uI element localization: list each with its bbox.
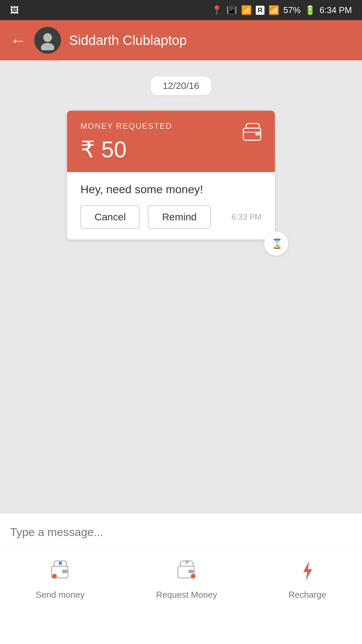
battery-percent: 57% bbox=[283, 5, 301, 15]
wifi-icon: 📶 bbox=[241, 5, 252, 15]
svg-point-1 bbox=[41, 43, 54, 50]
send-money-label: Send money bbox=[36, 590, 85, 600]
cancel-button[interactable]: Cancel bbox=[80, 205, 140, 229]
card-message: Hey, need some money! bbox=[80, 183, 261, 196]
recharge-icon-wrap bbox=[292, 557, 322, 584]
chat-header: ← Siddarth Clublaptop bbox=[0, 20, 362, 60]
request-money-action[interactable]: Request Money bbox=[156, 557, 217, 600]
battery-icon: 🔋 bbox=[305, 5, 315, 15]
svg-rect-11 bbox=[188, 570, 194, 574]
contact-name: Siddarth Clublaptop bbox=[69, 33, 187, 48]
remind-button[interactable]: Remind bbox=[148, 205, 210, 229]
svg-point-0 bbox=[43, 33, 52, 42]
wallet-icon bbox=[241, 121, 263, 143]
chat-area: 12/20/16 MONEY REQUESTED ₹ 50 Hey, need … bbox=[0, 60, 362, 513]
svg-rect-3 bbox=[255, 132, 260, 136]
message-time: 6:33 PM bbox=[232, 212, 261, 222]
money-request-label: MONEY REQUESTED bbox=[80, 121, 261, 131]
gallery-icon: 🖼 bbox=[10, 5, 19, 15]
message-input[interactable] bbox=[10, 526, 352, 539]
send-money-action[interactable]: Send money bbox=[36, 557, 85, 600]
clock: 6:34 PM bbox=[319, 5, 352, 15]
contact-avatar bbox=[34, 27, 61, 54]
request-money-icon-wrap bbox=[172, 557, 202, 584]
svg-point-9 bbox=[58, 561, 62, 565]
bottom-actions: Send money Request Money bbox=[0, 550, 362, 613]
money-amount: ₹ 50 bbox=[80, 136, 261, 163]
message-input-row bbox=[0, 514, 362, 550]
status-bar: 🖼 📍 📳 📶 R 📶 57% 🔋 6:34 PM bbox=[0, 0, 362, 20]
pending-icon: ⌛ bbox=[264, 231, 288, 256]
svg-point-14 bbox=[191, 574, 195, 579]
send-money-icon-wrap bbox=[45, 557, 75, 584]
network-r-icon: R bbox=[256, 6, 264, 15]
money-request-card: MONEY REQUESTED ₹ 50 Hey, need some mone… bbox=[67, 111, 275, 239]
money-card-body: Hey, need some money! Cancel Remind 6:33… bbox=[67, 172, 275, 239]
status-left-icons: 🖼 bbox=[10, 5, 19, 15]
bottom-bar: Send money Request Money bbox=[0, 513, 362, 644]
svg-text:⌛: ⌛ bbox=[271, 238, 283, 249]
location-icon: 📍 bbox=[212, 5, 222, 15]
back-button[interactable]: ← bbox=[10, 31, 26, 50]
card-actions: Cancel Remind 6:33 PM bbox=[80, 205, 261, 229]
recharge-label: Recharge bbox=[289, 590, 326, 600]
recharge-action[interactable]: Recharge bbox=[289, 557, 326, 600]
svg-point-8 bbox=[52, 574, 57, 579]
svg-rect-7 bbox=[62, 570, 67, 574]
request-money-label: Request Money bbox=[156, 590, 217, 600]
svg-marker-15 bbox=[303, 561, 312, 581]
vibrate-icon: 📳 bbox=[226, 5, 237, 15]
money-card-header: MONEY REQUESTED ₹ 50 bbox=[67, 111, 275, 172]
status-right-info: 📍 📳 📶 R 📶 57% 🔋 6:34 PM bbox=[212, 5, 352, 15]
date-badge: 12/20/16 bbox=[151, 76, 212, 95]
signal-icon: 📶 bbox=[268, 5, 279, 15]
